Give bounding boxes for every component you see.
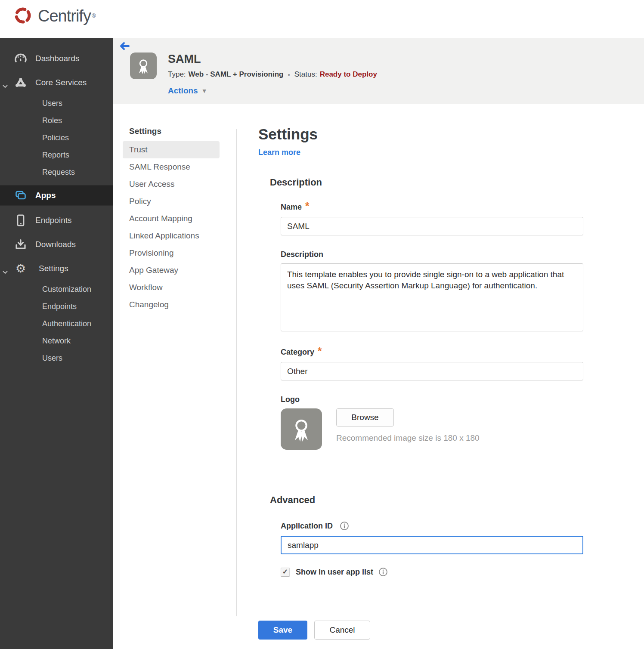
sidebar-nav: Dashboards Core Services Users Roles Pol… [0, 38, 113, 649]
subnav-item-workflow[interactable]: Workflow [123, 279, 220, 296]
sidebar-item-settings-users[interactable]: Users [0, 349, 113, 367]
brand-name: Centrify [38, 7, 91, 25]
sidebar-item-settings-endpoints[interactable]: Endpoints [0, 298, 113, 315]
settings-form: Settings Learn more Description Name * D… [258, 104, 585, 577]
logo-preview [281, 408, 322, 450]
sidebar-item-users[interactable]: Users [0, 95, 113, 112]
sidebar-item-roles[interactable]: Roles [0, 112, 113, 129]
subnav-item-account-mapping[interactable]: Account Mapping [123, 210, 220, 227]
logo-label: Logo [281, 395, 585, 404]
info-icon[interactable] [340, 521, 349, 531]
sidebar-item-label: Downloads [35, 240, 76, 249]
back-arrow-icon[interactable] [119, 41, 130, 53]
sidebar-item-reports[interactable]: Reports [0, 146, 113, 164]
sidebar-item-network[interactable]: Network [0, 332, 113, 349]
sidebar-item-label: Apps [35, 191, 56, 200]
show-in-user-app-list-checkbox[interactable]: ✓ [281, 568, 290, 577]
name-label: Name * [281, 203, 585, 212]
type-label: Type: [168, 70, 186, 79]
subnav-item-policy[interactable]: Policy [123, 193, 220, 210]
download-icon [14, 238, 27, 250]
required-asterisk: * [305, 203, 309, 210]
subnav-item-linked-applications[interactable]: Linked Applications [123, 227, 220, 244]
cancel-button[interactable]: Cancel [314, 621, 370, 640]
sidebar-item-requests[interactable]: Requests [0, 164, 113, 181]
sidebar-item-label: Core Services [35, 78, 87, 87]
subnav-item-user-access[interactable]: User Access [123, 176, 220, 193]
chevron-down-icon [3, 267, 8, 276]
subnav-item-trust[interactable]: Trust [123, 141, 220, 158]
sidebar-item-endpoints[interactable]: Endpoints [0, 208, 113, 232]
vertical-divider [236, 129, 237, 616]
sidebar-item-policies[interactable]: Policies [0, 129, 113, 146]
app-header: SAML Type: Web - SAML + Provisioning • S… [113, 38, 644, 104]
apps-icon [14, 190, 27, 201]
app-title: SAML [168, 53, 201, 66]
app-meta: Type: Web - SAML + Provisioning • Status… [168, 70, 377, 79]
sidebar-item-authentication[interactable]: Authentication [0, 315, 113, 332]
subnav-item-app-gateway[interactable]: App Gateway [123, 262, 220, 279]
smartphone-icon [14, 214, 27, 227]
sidebar-item-label: Endpoints [35, 216, 72, 225]
chevron-down-icon [3, 81, 8, 90]
sidebar-item-customization[interactable]: Customization [0, 281, 113, 298]
name-input[interactable] [281, 217, 583, 235]
sidebar-item-core-services[interactable]: Core Services [0, 71, 113, 95]
gauge-icon [14, 53, 27, 64]
ribbon-icon [134, 56, 153, 75]
settings-subnav: Settings Trust SAML Response User Access… [113, 104, 236, 313]
logo-size-hint: Recommended image size is 180 x 180 [336, 433, 480, 443]
sidebar-item-settings[interactable]: ⚙ Settings [0, 257, 113, 281]
form-action-buttons: Save Cancel [258, 621, 370, 640]
advanced-section-heading: Advanced [270, 494, 585, 506]
learn-more-link[interactable]: Learn more [258, 148, 300, 157]
page-title: Settings [258, 126, 585, 143]
subnav-item-provisioning[interactable]: Provisioning [123, 244, 220, 262]
description-textarea[interactable]: This template enables you to provide sin… [281, 263, 583, 331]
subnav-item-changelog[interactable]: Changelog [123, 296, 220, 313]
show-in-user-app-list-label: Show in user app list [296, 568, 373, 577]
sidebar-item-apps[interactable]: Apps [0, 185, 113, 206]
brand: Centrify ® [12, 4, 96, 28]
sidebar-item-dashboards[interactable]: Dashboards [0, 46, 113, 71]
category-input[interactable] [281, 362, 583, 380]
sidebar-item-label: Settings [39, 264, 68, 273]
description-label: Description [281, 250, 585, 259]
sidebar-item-downloads[interactable]: Downloads [0, 232, 113, 257]
sidebar-item-label: Dashboards [35, 54, 79, 63]
meta-separator: • [288, 71, 290, 78]
app-logo [130, 53, 157, 79]
caret-down-icon: ▼ [201, 87, 207, 94]
subnav-heading: Settings [129, 127, 236, 136]
subnav-item-saml-response[interactable]: SAML Response [123, 158, 220, 176]
actions-menu-button[interactable]: Actions ▼ [168, 86, 207, 96]
top-bar: Centrify ® [0, 0, 644, 38]
save-button[interactable]: Save [258, 621, 307, 640]
status-label: Status: [294, 70, 317, 79]
category-label: Category * [281, 348, 585, 357]
core-services-icon [14, 77, 27, 88]
checkbox-check-icon: ✓ [282, 569, 288, 575]
info-icon[interactable] [378, 567, 388, 577]
registered-mark: ® [92, 9, 96, 22]
application-id-input[interactable] [281, 536, 583, 554]
type-value: Web - SAML + Provisioning [189, 70, 284, 79]
status-value: Ready to Deploy [320, 70, 377, 79]
required-asterisk: * [318, 348, 322, 355]
gear-icon: ⚙ [14, 263, 27, 275]
centrify-logo-icon [12, 4, 34, 28]
description-section-heading: Description [270, 177, 585, 188]
application-id-label: Application ID [281, 522, 333, 531]
ribbon-icon [287, 415, 316, 443]
browse-button[interactable]: Browse [336, 408, 394, 426]
